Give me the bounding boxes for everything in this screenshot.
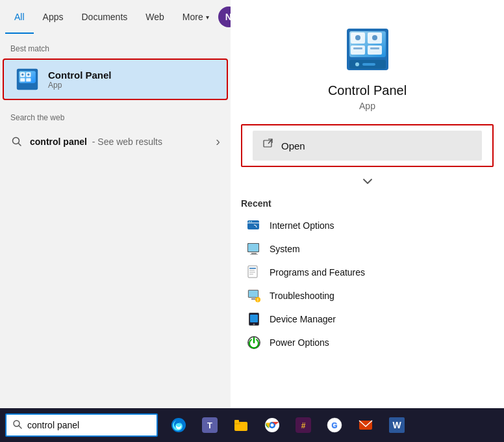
svg-rect-32: [250, 254, 258, 255]
search-icon: [10, 135, 23, 148]
svg-rect-15: [351, 46, 365, 55]
app-detail-header: Control Panel App: [231, 0, 504, 124]
tab-web[interactable]: Web: [136, 0, 173, 34]
best-match-label: Best match: [0, 42, 231, 58]
svg-point-28: [251, 221, 252, 222]
more-chevron-icon: ▾: [206, 14, 209, 21]
recent-name-system: System: [270, 244, 300, 254]
tab-all[interactable]: All: [5, 0, 34, 34]
svg-rect-55: [234, 420, 239, 423]
svg-rect-39: [249, 291, 258, 297]
recent-item-troubleshooting[interactable]: ! Troubleshooting: [241, 284, 494, 307]
svg-text:G: G: [332, 421, 338, 429]
search-box[interactable]: [5, 413, 158, 437]
recent-item-power-options[interactable]: Power Options: [241, 331, 494, 354]
svg-point-8: [27, 73, 30, 76]
app-detail-name: Control Panel: [328, 83, 407, 98]
app-info: Control Panel App: [48, 70, 112, 90]
taskbar-google-icon[interactable]: G G: [320, 411, 349, 439]
recent-name-device-manager: Device Manager: [270, 314, 336, 324]
svg-text:W: W: [392, 420, 401, 430]
app-icon-wrapper: [14, 66, 40, 92]
svg-point-27: [249, 221, 250, 222]
left-panel: All Apps Documents Web More ▾ N: [0, 0, 231, 408]
recent-item-programs-and-features[interactable]: Programs and Features: [241, 261, 494, 284]
chevron-right-icon: ›: [216, 134, 220, 149]
svg-line-10: [19, 143, 21, 146]
tab-bar: All Apps Documents Web More ▾ N: [0, 0, 231, 34]
taskbar-icons: T: [164, 411, 411, 439]
recent-icon-power-options: [246, 335, 262, 350]
taskbar-chrome-icon[interactable]: [258, 411, 286, 439]
tab-documents[interactable]: Documents: [72, 0, 136, 34]
taskbar-explorer-icon[interactable]: [227, 411, 255, 439]
tab-apps[interactable]: Apps: [34, 0, 73, 34]
recent-name-troubleshooting: Troubleshooting: [270, 291, 334, 301]
recent-name-programs-and-features: Programs and Features: [270, 267, 365, 278]
control-panel-icon-sm: [16, 68, 39, 91]
app-detail-type: App: [359, 101, 375, 111]
taskbar-teams-icon[interactable]: T: [195, 411, 224, 439]
taskbar-mail-icon[interactable]: [351, 411, 380, 439]
svg-rect-34: [249, 268, 256, 269]
recent-item-internet-options[interactable]: Internet Options: [241, 214, 494, 237]
svg-point-59: [271, 424, 274, 427]
web-search-item[interactable]: control panel - See web results ›: [0, 127, 231, 155]
recent-name-power-options: Power Options: [270, 337, 329, 348]
app-type: App: [48, 81, 112, 90]
start-menu: All Apps Documents Web More ▾ N: [0, 0, 504, 408]
taskbar-word-icon[interactable]: W: [383, 411, 411, 439]
svg-rect-20: [370, 47, 379, 49]
svg-rect-31: [251, 253, 257, 254]
svg-rect-35: [249, 270, 255, 271]
recent-label: Recent: [241, 198, 494, 209]
control-panel-icon-lg: [344, 26, 391, 73]
recent-icon-system: [246, 241, 262, 257]
svg-rect-45: [250, 315, 258, 322]
open-icon: [263, 138, 275, 153]
open-label: Open: [281, 140, 305, 151]
recent-item-device-manager[interactable]: Device Manager: [241, 307, 494, 331]
right-panel: Control Panel App Open: [231, 0, 504, 408]
taskbar-edge-icon[interactable]: [164, 411, 193, 439]
svg-rect-16: [368, 46, 382, 55]
svg-rect-30: [248, 244, 258, 252]
open-btn-container: Open: [241, 124, 494, 167]
recent-icon-device-manager: [246, 311, 262, 327]
svg-point-18: [372, 35, 377, 40]
taskbar-slack-icon[interactable]: #: [289, 411, 318, 439]
recent-icon-troubleshooting: !: [246, 288, 262, 304]
svg-rect-36: [249, 272, 255, 273]
svg-line-49: [19, 426, 21, 428]
search-input[interactable]: [27, 420, 150, 430]
svg-text:T: T: [207, 421, 212, 430]
best-match-item[interactable]: Control Panel App: [3, 58, 228, 100]
web-search-left: control panel - See web results: [10, 135, 162, 148]
recent-section: Recent Internet Options System Programs …: [231, 190, 504, 362]
svg-point-46: [253, 324, 255, 326]
app-name: Control Panel: [48, 70, 112, 81]
recent-items-list: Internet Options System Programs and Fea…: [241, 214, 494, 354]
web-search-label: Search the web: [0, 110, 231, 127]
tab-more[interactable]: More ▾: [173, 0, 218, 34]
svg-rect-5: [20, 78, 25, 81]
recent-item-system[interactable]: System: [241, 237, 494, 261]
svg-text:#: #: [301, 421, 306, 430]
recent-icon-programs-and-features: [246, 265, 262, 280]
taskbar: T: [0, 408, 504, 442]
svg-rect-37: [249, 274, 253, 275]
svg-text:!: !: [257, 298, 258, 302]
web-search-text: control panel - See web results: [30, 136, 162, 147]
svg-rect-19: [353, 47, 362, 49]
search-results: Best match: [0, 34, 231, 408]
taskbar-search-icon: [13, 420, 22, 431]
svg-point-17: [355, 35, 360, 40]
open-button[interactable]: Open: [253, 131, 482, 161]
svg-point-7: [21, 73, 24, 76]
svg-point-22: [355, 62, 359, 66]
svg-rect-23: [362, 63, 375, 66]
expand-chevron-button[interactable]: [231, 172, 504, 190]
svg-rect-6: [26, 78, 31, 81]
recent-icon-internet-options: [246, 218, 262, 233]
recent-name-internet-options: Internet Options: [270, 220, 334, 231]
